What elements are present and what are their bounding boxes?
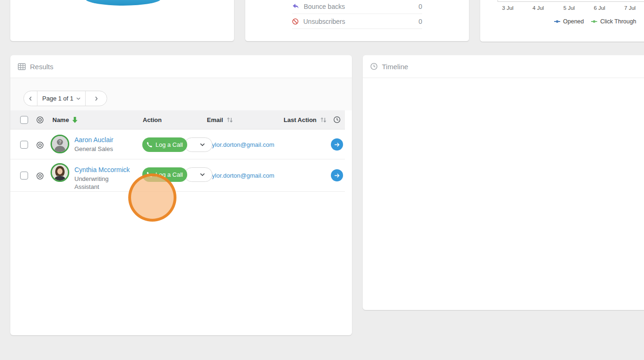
svg-text:?: ? [59,139,62,145]
x-tick: 7 Jul [620,5,640,11]
timeline-panel-header: Timeline [363,55,644,78]
contact-name-link[interactable]: Aaron Auclair [74,136,113,144]
target-icon[interactable] [36,116,44,124]
row-checkbox[interactable] [20,141,28,149]
column-header-last-action[interactable]: Last Action [284,116,316,123]
table-header: Name Action Email Last Action [10,110,345,130]
legend-item-click-through[interactable]: Click Through [591,18,636,25]
stat-label: Bounce backs [304,3,345,10]
stat-value: 0 [418,3,422,10]
clock-icon[interactable] [333,116,341,123]
chevron-left-icon [29,96,32,101]
action-dropdown-button[interactable] [184,167,212,182]
target-icon[interactable] [36,172,44,180]
contact-title: General Sales [74,145,113,153]
line-dot-marker-icon [554,20,561,23]
sort-icon[interactable] [227,117,233,123]
stat-value: 0 [418,18,422,25]
chevron-down-icon [200,143,205,146]
unsubscribers-icon [292,18,299,25]
line-dot-marker-icon [591,20,598,23]
contact-title: Underwriting Assistant [74,175,127,191]
x-tick: 6 Jul [589,5,610,11]
email-activity-chart-card: 3 Jul 4 Jul 5 Jul 6 Jul 7 Jul Opened Cli… [480,0,644,42]
chevron-right-icon [95,96,98,101]
timeline-panel-title: Timeline [382,63,408,71]
next-page-button[interactable] [86,91,107,106]
select-all-checkbox[interactable] [20,116,28,124]
legend-label: Opened [563,18,584,25]
timeline-panel: Timeline [363,55,644,310]
results-panel-header: Results [10,55,352,78]
email-stats-card: Bounce backs 0 Unsubscribers 0 [245,0,469,41]
x-tick: 5 Jul [559,5,579,11]
pie-chart-card [10,0,234,41]
legend-item-opened[interactable]: Opened [554,18,584,25]
x-tick: 3 Jul [498,5,518,11]
log-a-call-button[interactable]: Log a Call [142,167,187,182]
grid-icon [18,63,26,70]
phone-icon [146,142,153,148]
sort-icon[interactable] [320,117,327,123]
arrow-right-icon [334,173,340,178]
bounce-backs-icon [292,3,299,9]
contact-email-link[interactable]: taylor.dorton@gmail.com [207,141,274,148]
chart-x-axis [498,1,644,2]
dashboard-page: Bounce backs 0 Unsubscribers 0 3 Jul 4 J… [0,0,644,360]
contact-email-link[interactable]: taylor.dorton@gmail.com [207,172,274,179]
avatar[interactable] [51,163,69,182]
log-a-call-button[interactable]: Log a Call [142,137,187,152]
pie-chart-slice[interactable] [85,0,161,6]
target-icon[interactable] [36,141,44,149]
arrow-right-icon [334,142,340,147]
action-dropdown-button[interactable] [184,137,212,152]
log-a-call-label: Log a Call [155,141,183,148]
table-row[interactable]: ? Aaron Auclair General Sales Log a Call… [10,130,345,159]
log-a-call-label: Log a Call [155,171,183,178]
page-select[interactable]: Page 1 of 1 [37,91,86,106]
open-record-button[interactable] [331,169,343,181]
chevron-down-icon [200,173,205,176]
column-header-email[interactable]: Email [207,116,223,123]
clock-icon [370,63,378,70]
pagination: Page 1 of 1 [23,91,107,106]
contact-name-link[interactable]: Cynthia Mccormick [74,166,130,173]
results-panel: Results Page 1 of 1 Name [10,55,352,335]
column-header-action[interactable]: Action [143,116,161,123]
chart-legend: Opened Click Through [554,18,636,25]
page-label: Page 1 of 1 [42,95,73,102]
column-header-name[interactable]: Name [52,116,69,123]
results-toolbar: Page 1 of 1 [10,78,352,110]
stat-label: Unsubscribers [303,18,345,25]
sort-arrow-down-icon[interactable] [72,117,78,123]
stat-row-bounce-backs[interactable]: Bounce backs 0 [292,0,422,14]
stat-row-unsubscribers[interactable]: Unsubscribers 0 [292,14,422,29]
results-panel-title: Results [30,63,53,71]
prev-page-button[interactable] [24,91,37,106]
phone-icon [146,172,153,178]
avatar[interactable]: ? [51,135,69,153]
table-row[interactable]: Cynthia Mccormick Underwriting Assistant… [10,159,345,192]
x-tick: 4 Jul [528,5,549,11]
legend-label: Click Through [600,18,636,25]
row-checkbox[interactable] [20,172,28,180]
chevron-down-icon [76,97,80,100]
open-record-button[interactable] [331,138,343,151]
